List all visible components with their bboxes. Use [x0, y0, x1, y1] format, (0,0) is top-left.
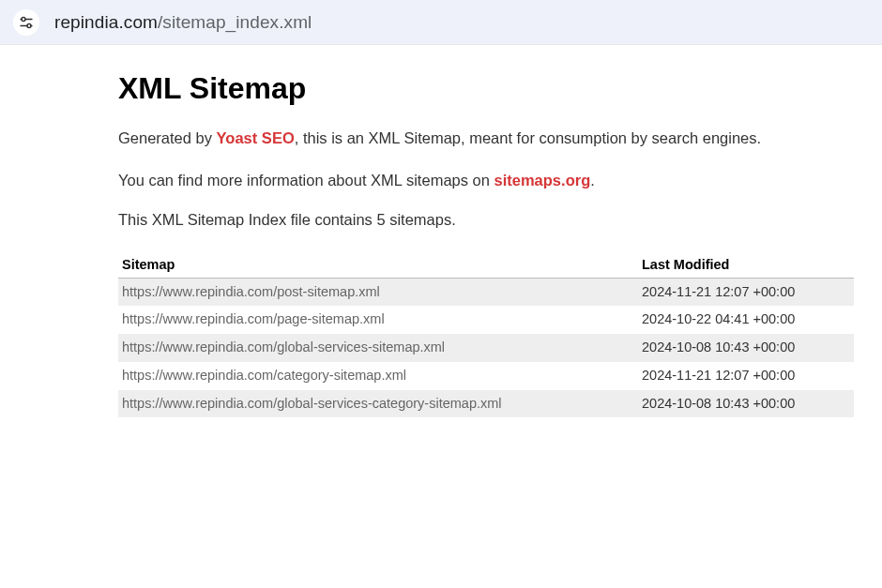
- yoast-seo-link[interactable]: Yoast SEO: [217, 129, 295, 146]
- tune-icon: [19, 15, 34, 30]
- page-content: XML Sitemap Generated by Yoast SEO, this…: [0, 45, 882, 417]
- sitemap-url-cell: https://www.repindia.com/post-sitemap.xm…: [118, 278, 638, 306]
- sitemap-link[interactable]: https://www.repindia.com/global-services…: [122, 339, 445, 354]
- url-domain: repindia.com: [54, 12, 158, 32]
- last-modified-cell: 2024-11-21 12:07 +00:00: [638, 362, 854, 390]
- sitemap-url-cell: https://www.repindia.com/page-sitemap.xm…: [118, 306, 638, 334]
- more-suffix: .: [590, 172, 595, 188]
- sitemap-link[interactable]: https://www.repindia.com/post-sitemap.xm…: [122, 284, 380, 299]
- sitemap-link[interactable]: https://www.repindia.com/category-sitema…: [122, 368, 406, 383]
- header-sitemap: Sitemap: [118, 251, 638, 279]
- sitemap-url-cell: https://www.repindia.com/category-sitema…: [118, 362, 638, 390]
- table-row: https://www.repindia.com/page-sitemap.xm…: [118, 306, 854, 334]
- url-bar[interactable]: repindia.com/sitemap_index.xml: [0, 0, 882, 45]
- sitemap-link[interactable]: https://www.repindia.com/page-sitemap.xm…: [122, 311, 385, 326]
- intro-line-2: You can find more information about XML …: [118, 169, 882, 192]
- more-prefix: You can find more information about XML …: [118, 172, 494, 188]
- intro-line-1: Generated by Yoast SEO, this is an XML S…: [118, 127, 882, 150]
- last-modified-cell: 2024-10-08 10:43 +00:00: [638, 390, 854, 418]
- sitemap-link[interactable]: https://www.repindia.com/global-services…: [122, 396, 502, 411]
- url-path: /sitemap_index.xml: [158, 12, 312, 32]
- sitemap-url-cell: https://www.repindia.com/global-services…: [118, 334, 638, 362]
- url-text[interactable]: repindia.com/sitemap_index.xml: [54, 12, 312, 33]
- table-row: https://www.repindia.com/post-sitemap.xm…: [118, 278, 854, 306]
- sitemaps-org-link[interactable]: sitemaps.org: [494, 172, 591, 188]
- page-title: XML Sitemap: [118, 71, 882, 106]
- table-row: https://www.repindia.com/category-sitema…: [118, 362, 854, 390]
- table-header-row: Sitemap Last Modified: [118, 251, 854, 279]
- intro-suffix: , this is an XML Sitemap, meant for cons…: [295, 129, 761, 146]
- sitemap-count-line: This XML Sitemap Index file contains 5 s…: [118, 211, 882, 229]
- sitemap-table: Sitemap Last Modified https://www.repind…: [118, 251, 854, 418]
- last-modified-cell: 2024-10-08 10:43 +00:00: [638, 334, 854, 362]
- last-modified-cell: 2024-11-21 12:07 +00:00: [638, 278, 854, 306]
- sitemap-url-cell: https://www.repindia.com/global-services…: [118, 390, 638, 418]
- table-row: https://www.repindia.com/global-services…: [118, 334, 854, 362]
- last-modified-cell: 2024-10-22 04:41 +00:00: [638, 306, 854, 334]
- site-settings-icon[interactable]: [13, 9, 39, 36]
- table-row: https://www.repindia.com/global-services…: [118, 390, 854, 418]
- header-modified: Last Modified: [638, 251, 854, 279]
- intro-prefix: Generated by: [118, 129, 217, 146]
